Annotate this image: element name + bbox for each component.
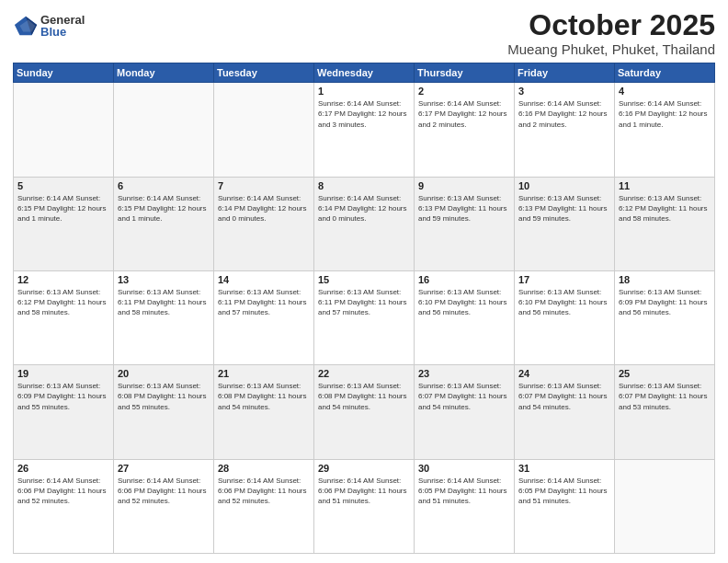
- day-info: Sunrise: 6:14 AM Sunset: 6:06 PM Dayligh…: [318, 476, 410, 507]
- day-info: Sunrise: 6:14 AM Sunset: 6:16 PM Dayligh…: [518, 98, 610, 130]
- day-number: 27: [118, 463, 210, 474]
- day-number: 19: [17, 368, 109, 379]
- day-number: 8: [318, 180, 410, 191]
- day-info: Sunrise: 6:14 AM Sunset: 6:17 PM Dayligh…: [418, 98, 510, 130]
- calendar-table: Sunday Monday Tuesday Wednesday Thursday…: [13, 63, 715, 554]
- header-saturday: Saturday: [615, 63, 715, 83]
- day-number: 10: [518, 180, 610, 191]
- day-info: Sunrise: 6:13 AM Sunset: 6:10 PM Dayligh…: [418, 287, 510, 318]
- table-row: 19Sunrise: 6:13 AM Sunset: 6:09 PM Dayli…: [14, 365, 114, 459]
- day-number: 11: [619, 180, 711, 191]
- table-row: 31Sunrise: 6:14 AM Sunset: 6:05 PM Dayli…: [515, 459, 615, 553]
- day-info: Sunrise: 6:13 AM Sunset: 6:12 PM Dayligh…: [17, 287, 109, 318]
- day-number: 30: [418, 463, 510, 474]
- table-row: 18Sunrise: 6:13 AM Sunset: 6:09 PM Dayli…: [615, 270, 715, 364]
- calendar-week-row: 19Sunrise: 6:13 AM Sunset: 6:09 PM Dayli…: [14, 365, 715, 459]
- table-row: 22Sunrise: 6:13 AM Sunset: 6:08 PM Dayli…: [314, 365, 415, 459]
- day-number: 2: [418, 86, 510, 97]
- day-info: Sunrise: 6:13 AM Sunset: 6:12 PM Dayligh…: [619, 193, 711, 224]
- day-number: 5: [17, 180, 109, 191]
- day-number: 3: [518, 86, 610, 97]
- calendar-week-row: 5Sunrise: 6:14 AM Sunset: 6:15 PM Daylig…: [14, 177, 715, 270]
- table-row: 13Sunrise: 6:13 AM Sunset: 6:11 PM Dayli…: [114, 270, 214, 364]
- day-info: Sunrise: 6:14 AM Sunset: 6:06 PM Dayligh…: [218, 476, 310, 507]
- day-number: 1: [318, 86, 410, 97]
- table-row: 8Sunrise: 6:14 AM Sunset: 6:14 PM Daylig…: [314, 177, 415, 270]
- calendar-week-row: 1Sunrise: 6:14 AM Sunset: 6:17 PM Daylig…: [14, 83, 715, 177]
- table-row: 7Sunrise: 6:14 AM Sunset: 6:14 PM Daylig…: [214, 177, 314, 270]
- table-row: 25Sunrise: 6:13 AM Sunset: 6:07 PM Dayli…: [615, 365, 715, 459]
- table-row: 6Sunrise: 6:14 AM Sunset: 6:15 PM Daylig…: [114, 177, 214, 270]
- day-number: 14: [218, 274, 310, 285]
- calendar-page: General Blue October 2025 Mueang Phuket,…: [0, 0, 728, 563]
- day-info: Sunrise: 6:13 AM Sunset: 6:07 PM Dayligh…: [418, 381, 510, 412]
- title-block: October 2025 Mueang Phuket, Phuket, Thai…: [507, 9, 715, 57]
- table-row: [14, 83, 114, 177]
- table-row: 17Sunrise: 6:13 AM Sunset: 6:10 PM Dayli…: [515, 270, 615, 364]
- calendar-week-row: 26Sunrise: 6:14 AM Sunset: 6:06 PM Dayli…: [14, 459, 715, 553]
- day-number: 22: [318, 368, 410, 379]
- day-number: 7: [218, 180, 310, 191]
- table-row: 3Sunrise: 6:14 AM Sunset: 6:16 PM Daylig…: [515, 83, 615, 177]
- day-info: Sunrise: 6:13 AM Sunset: 6:10 PM Dayligh…: [518, 287, 610, 318]
- logo-icon: [13, 13, 39, 39]
- day-info: Sunrise: 6:13 AM Sunset: 6:07 PM Dayligh…: [518, 381, 610, 412]
- day-number: 29: [318, 463, 410, 474]
- header-thursday: Thursday: [415, 63, 515, 83]
- table-row: 1Sunrise: 6:14 AM Sunset: 6:17 PM Daylig…: [314, 83, 415, 177]
- table-row: 30Sunrise: 6:14 AM Sunset: 6:05 PM Dayli…: [415, 459, 515, 553]
- day-info: Sunrise: 6:14 AM Sunset: 6:14 PM Dayligh…: [218, 193, 310, 224]
- logo: General Blue: [13, 13, 85, 39]
- header-friday: Friday: [515, 63, 615, 83]
- logo-blue-label: Blue: [40, 26, 85, 38]
- table-row: 14Sunrise: 6:13 AM Sunset: 6:11 PM Dayli…: [214, 270, 314, 364]
- day-info: Sunrise: 6:14 AM Sunset: 6:17 PM Dayligh…: [318, 98, 410, 130]
- day-number: 24: [518, 368, 610, 379]
- header-wednesday: Wednesday: [314, 63, 415, 83]
- header-sunday: Sunday: [14, 63, 114, 83]
- table-row: 11Sunrise: 6:13 AM Sunset: 6:12 PM Dayli…: [615, 177, 715, 270]
- day-number: 31: [518, 463, 610, 474]
- day-number: 21: [218, 368, 310, 379]
- day-info: Sunrise: 6:14 AM Sunset: 6:15 PM Dayligh…: [118, 193, 210, 224]
- day-info: Sunrise: 6:13 AM Sunset: 6:07 PM Dayligh…: [619, 381, 711, 412]
- table-row: 28Sunrise: 6:14 AM Sunset: 6:06 PM Dayli…: [214, 459, 314, 553]
- table-row: [214, 83, 314, 177]
- day-info: Sunrise: 6:13 AM Sunset: 6:08 PM Dayligh…: [318, 381, 410, 412]
- day-info: Sunrise: 6:13 AM Sunset: 6:13 PM Dayligh…: [418, 193, 510, 224]
- table-row: 16Sunrise: 6:13 AM Sunset: 6:10 PM Dayli…: [415, 270, 515, 364]
- day-number: 18: [619, 274, 711, 285]
- weekday-header-row: Sunday Monday Tuesday Wednesday Thursday…: [14, 63, 715, 83]
- table-row: 24Sunrise: 6:13 AM Sunset: 6:07 PM Dayli…: [515, 365, 615, 459]
- day-info: Sunrise: 6:14 AM Sunset: 6:05 PM Dayligh…: [518, 476, 610, 507]
- table-row: 23Sunrise: 6:13 AM Sunset: 6:07 PM Dayli…: [415, 365, 515, 459]
- table-row: 2Sunrise: 6:14 AM Sunset: 6:17 PM Daylig…: [415, 83, 515, 177]
- day-number: 9: [418, 180, 510, 191]
- day-number: 23: [418, 368, 510, 379]
- day-info: Sunrise: 6:13 AM Sunset: 6:09 PM Dayligh…: [619, 287, 711, 318]
- day-number: 15: [318, 274, 410, 285]
- table-row: 27Sunrise: 6:14 AM Sunset: 6:06 PM Dayli…: [114, 459, 214, 553]
- table-row: [114, 83, 214, 177]
- day-info: Sunrise: 6:13 AM Sunset: 6:08 PM Dayligh…: [218, 381, 310, 412]
- day-info: Sunrise: 6:13 AM Sunset: 6:08 PM Dayligh…: [118, 381, 210, 412]
- header-tuesday: Tuesday: [214, 63, 314, 83]
- day-number: 28: [218, 463, 310, 474]
- table-row: 20Sunrise: 6:13 AM Sunset: 6:08 PM Dayli…: [114, 365, 214, 459]
- header: General Blue October 2025 Mueang Phuket,…: [13, 9, 715, 57]
- day-number: 17: [518, 274, 610, 285]
- table-row: 29Sunrise: 6:14 AM Sunset: 6:06 PM Dayli…: [314, 459, 415, 553]
- day-number: 13: [118, 274, 210, 285]
- day-info: Sunrise: 6:14 AM Sunset: 6:06 PM Dayligh…: [118, 476, 210, 507]
- day-number: 4: [619, 86, 711, 97]
- day-info: Sunrise: 6:13 AM Sunset: 6:13 PM Dayligh…: [518, 193, 610, 224]
- day-number: 12: [17, 274, 109, 285]
- table-row: 4Sunrise: 6:14 AM Sunset: 6:16 PM Daylig…: [615, 83, 715, 177]
- table-row: 5Sunrise: 6:14 AM Sunset: 6:15 PM Daylig…: [14, 177, 114, 270]
- table-row: 12Sunrise: 6:13 AM Sunset: 6:12 PM Dayli…: [14, 270, 114, 364]
- day-number: 6: [118, 180, 210, 191]
- day-info: Sunrise: 6:14 AM Sunset: 6:06 PM Dayligh…: [17, 476, 109, 507]
- day-info: Sunrise: 6:13 AM Sunset: 6:09 PM Dayligh…: [17, 381, 109, 412]
- day-info: Sunrise: 6:13 AM Sunset: 6:11 PM Dayligh…: [118, 287, 210, 318]
- table-row: 26Sunrise: 6:14 AM Sunset: 6:06 PM Dayli…: [14, 459, 114, 553]
